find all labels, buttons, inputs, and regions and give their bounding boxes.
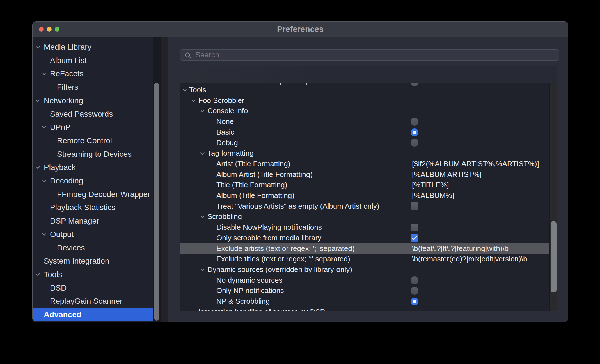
chevron-down-icon[interactable]	[191, 99, 196, 102]
setting-row-tag-formatting[interactable]: Tag formatting	[180, 148, 557, 159]
tree-rows: ToolsFoo ScrobblerConsole infoNoneBasicD…	[180, 66, 557, 311]
sidebar-item-label: Streaming to Devices	[57, 148, 132, 161]
sidebar-item-playback-statistics[interactable]: Playback Statistics	[33, 201, 153, 214]
chevron-down-icon[interactable]	[42, 179, 47, 183]
sidebar-item-label: UPnP	[50, 121, 70, 134]
setting-row-exclude-artists-text-or-regex-separated-[interactable]: Exclude artists (text or regex; ';' sepa…	[180, 243, 557, 254]
sidebar-item-dsp-manager[interactable]: DSP Manager	[33, 214, 153, 228]
sidebar-item-advanced[interactable]: Advanced	[33, 308, 153, 321]
sidebar-item-replaygain-scanner[interactable]: ReplayGain Scanner	[33, 294, 153, 308]
chevron-down-icon[interactable]	[182, 88, 187, 91]
setting-label: Dynamic sources (overridden by library-o…	[207, 264, 352, 275]
search-input[interactable]	[195, 50, 554, 60]
setting-row-album-title-formatting-[interactable]: Album (Title Formatting)[%ALBUM%]	[180, 190, 557, 201]
setting-label: Disable NowPlaying notifications	[216, 222, 322, 233]
sidebar-scrollbar-thumb[interactable]	[154, 83, 159, 321]
search-field[interactable]	[180, 49, 559, 61]
chevron-down-icon[interactable]	[200, 152, 205, 155]
setting-row-dynamic-sources-overridden-by-library-on[interactable]: Dynamic sources (overridden by library-o…	[180, 264, 557, 275]
chevron-down-icon[interactable]	[200, 215, 205, 218]
setting-row-album-artist-title-formatting-[interactable]: Album Artist (Title Formatting)[%ALBUM A…	[180, 169, 557, 180]
sidebar-item-dsd[interactable]: DSD	[33, 281, 153, 295]
setting-row-title-title-formatting-[interactable]: Title (Title Formatting)[%TITLE%]	[180, 180, 557, 190]
sidebar-item-album-list[interactable]: Album List	[33, 54, 153, 67]
list-scrollbar-track[interactable]	[549, 83, 557, 311]
setting-value[interactable]: [%TITLE%]	[412, 180, 449, 190]
sidebar-item-remote-control[interactable]: Remote Control	[33, 134, 153, 148]
setting-row-basic[interactable]: Basic	[180, 127, 557, 138]
chevron-down-icon[interactable]	[35, 99, 40, 102]
setting-label: No dynamic sources	[216, 275, 283, 286]
setting-row-treat-various-artists-as-empty-album-art[interactable]: Treat "Various Artists" as empty (Album …	[180, 201, 557, 212]
sidebar-item-system-integration[interactable]: System Integration	[33, 254, 153, 268]
setting-row-debug[interactable]: Debug	[180, 138, 557, 148]
setting-value[interactable]: \b(feat\.?|ft\.?|featuring|with)\b	[412, 243, 509, 254]
radio-button[interactable]	[411, 139, 418, 147]
sidebar-item-label: DSD	[50, 281, 67, 295]
setting-row-disable-nowplaying-notifications[interactable]: Disable NowPlaying notifications	[180, 222, 557, 233]
setting-value[interactable]: [%ALBUM ARTIST%]	[412, 169, 482, 180]
setting-row-only-np-notifications[interactable]: Only NP notifications	[180, 285, 557, 296]
chevron-down-icon[interactable]	[35, 46, 40, 49]
chevron-down-icon[interactable]	[35, 273, 40, 276]
radio-button-checked[interactable]	[411, 298, 418, 305]
sidebar-item-refacets[interactable]: ReFacets	[33, 67, 153, 80]
sidebar-item-ffmpeg-decoder-wrapper[interactable]: FFmpeg Decoder Wrapper	[33, 188, 153, 201]
setting-value[interactable]: [$if2(%ALBUM ARTIST%,%ARTIST%)]	[412, 159, 539, 169]
setting-row-none[interactable]: None	[180, 116, 557, 127]
setting-row-foo-scrobbler[interactable]: Foo Scrobbler	[180, 95, 557, 106]
setting-value[interactable]: [%ALBUM%]	[412, 190, 454, 201]
checkbox[interactable]	[411, 224, 418, 231]
setting-row-scrobbling[interactable]: Scrobbling	[180, 211, 557, 222]
radio-button[interactable]	[411, 118, 418, 126]
sidebar-item-devices[interactable]: Devices	[33, 241, 153, 255]
sidebar-item-decoding[interactable]: Decoding	[33, 174, 153, 188]
sidebar-item-networking[interactable]: Networking	[33, 94, 153, 107]
setting-row-no-dynamic-sources[interactable]: No dynamic sources	[180, 275, 557, 286]
sidebar-item-label: Advanced	[44, 308, 81, 321]
sidebar-item-tools[interactable]: Tools	[33, 268, 153, 281]
column-divider[interactable]	[409, 69, 409, 76]
check-icon	[412, 236, 417, 240]
sidebar-item-label: Tools	[44, 268, 62, 281]
chevron-down-icon[interactable]	[42, 72, 47, 75]
chevron-down-icon[interactable]	[35, 166, 40, 169]
setting-row-exclude-titles-text-or-regex-separated-[interactable]: Exclude titles (text or regex; ';' separ…	[180, 254, 557, 264]
titlebar: Preferences	[33, 22, 568, 37]
setting-row-integration-handling-of-sources-by-dsp[interactable]: Integration handling of sources by DSP	[180, 307, 557, 311]
radio-button[interactable]	[411, 276, 418, 284]
chevron-down-icon[interactable]	[200, 110, 205, 113]
chevron-down-icon[interactable]	[200, 268, 205, 271]
setting-row-only-scrobble-from-media-library[interactable]: Only scrobble from media library	[180, 233, 557, 243]
sidebar-item-playback[interactable]: Playback	[33, 161, 153, 174]
chevron-down-icon[interactable]	[42, 126, 47, 129]
setting-row-console-info[interactable]: Console info	[180, 106, 557, 116]
setting-label: Console info	[207, 106, 248, 116]
setting-value[interactable]: \b(remaster(ed)?|mix|edit|version)\b	[412, 254, 527, 264]
setting-row-np-scrobbling[interactable]: NP & Scrobbling	[180, 296, 557, 307]
sidebar-item-saved-passwords[interactable]: Saved Passwords	[33, 107, 153, 121]
setting-row-tools[interactable]: Tools	[180, 85, 557, 95]
checkbox[interactable]	[411, 202, 418, 210]
sidebar-item-label: Remote Control	[57, 134, 112, 148]
list-column-header[interactable]	[180, 66, 557, 83]
sidebar-item-upnp[interactable]: UPnP	[33, 121, 153, 134]
preferences-window: Preferences Media LibraryAlbum ListReFac…	[32, 21, 568, 322]
radio-button[interactable]	[411, 287, 418, 295]
sidebar-tree: Media LibraryAlbum ListReFacetsFiltersNe…	[33, 37, 153, 322]
setting-label: Exclude titles (text or regex; ';' separ…	[216, 254, 350, 264]
chevron-down-icon[interactable]	[42, 233, 47, 236]
sidebar-item-streaming-to-devices[interactable]: Streaming to Devices	[33, 148, 153, 161]
sidebar-item-output[interactable]: Output	[33, 228, 153, 241]
sidebar-item-label: FFmpeg Decoder Wrapper	[57, 188, 150, 201]
setting-label: Tag formatting	[207, 148, 254, 159]
sidebar-item-filters[interactable]: Filters	[33, 80, 153, 94]
list-scrollbar-thumb[interactable]	[551, 221, 557, 292]
setting-row-artist-title-formatting-[interactable]: Artist (Title Formatting)[$if2(%ALBUM AR…	[180, 159, 557, 169]
sidebar-item-media-library[interactable]: Media Library	[33, 40, 153, 54]
setting-label: Treat "Various Artists" as empty (Album …	[216, 201, 379, 212]
radio-button-checked[interactable]	[411, 128, 418, 136]
pane-splitter[interactable]	[161, 37, 168, 322]
column-divider[interactable]	[549, 69, 549, 76]
checkbox-checked[interactable]	[411, 234, 418, 242]
